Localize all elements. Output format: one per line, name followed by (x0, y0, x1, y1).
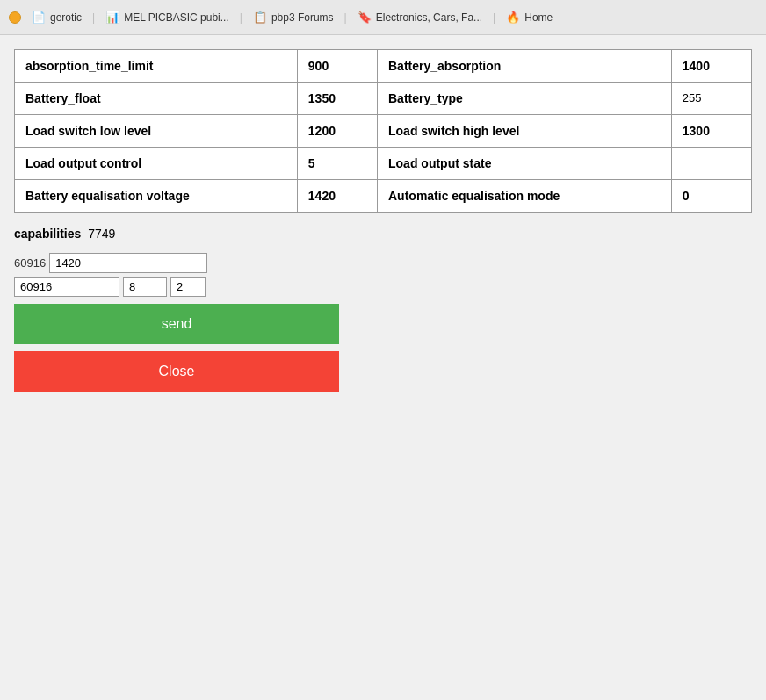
tab-gerotic[interactable]: 📄 gerotic (32, 11, 82, 24)
auto-equalisation-mode-label: Automatic equalisation mode (378, 180, 672, 213)
input-area: 60916 (14, 253, 752, 297)
load-switch-high-value: 1300 (671, 115, 751, 148)
table-row: Load switch low level 1200 Load switch h… (15, 115, 752, 148)
tab-electronics-icon: 🔖 (358, 11, 372, 24)
browser-toolbar: 📄 gerotic | 📊 MEL PICBASIC pubi... | 📋 p… (0, 0, 766, 35)
tab-home-icon: 🔥 (506, 11, 520, 24)
data-table: absorption_time_limit 900 Battery_absorp… (14, 49, 752, 213)
tab-electronics-label: Electronics, Cars, Fa... (376, 11, 482, 24)
capabilities-row: capabilities 7749 (14, 227, 752, 241)
tab-mel-icon: 📊 (105, 11, 119, 24)
load-switch-high-label: Load switch high level (378, 115, 672, 148)
capabilities-label: capabilities (14, 227, 81, 241)
field3-input[interactable] (170, 277, 206, 297)
battery-float-label: Battery_float (15, 83, 298, 115)
table-row: Battery_float 1350 Battery_type 255 (15, 83, 752, 115)
addr1-input[interactable] (49, 253, 207, 273)
field2-input[interactable] (123, 277, 167, 297)
tab-gerotic-label: gerotic (50, 11, 82, 24)
battery-type-label: Battery_type (378, 83, 672, 115)
absorption-time-limit-value: 900 (297, 50, 377, 83)
tab-pbp3-label: pbp3 Forums (271, 11, 334, 24)
absorption-time-limit-label: absorption_time_limit (15, 50, 298, 83)
table-row: absorption_time_limit 900 Battery_absorp… (15, 50, 752, 83)
tab-pbp3-icon: 📋 (253, 11, 267, 24)
browser-dot (9, 11, 21, 24)
battery-type-value: 255 (671, 83, 751, 115)
main-content: absorption_time_limit 900 Battery_absorp… (0, 35, 766, 406)
tab-mel-label: MEL PICBASIC pubi... (124, 11, 229, 24)
battery-equalisation-voltage-label: Battery equalisation voltage (15, 180, 298, 213)
send-button[interactable]: send (14, 304, 339, 344)
input-row-1: 60916 (14, 253, 752, 273)
table-row: Load output control 5 Load output state (15, 148, 752, 180)
close-button[interactable]: Close (14, 351, 339, 392)
addr1-label: 60916 (14, 256, 46, 270)
capabilities-value: 7749 (88, 227, 115, 241)
tab-home-label: Home (524, 11, 553, 24)
load-switch-low-value: 1200 (297, 115, 377, 148)
load-switch-low-label: Load switch low level (15, 115, 298, 148)
load-output-state-label: Load output state (378, 148, 672, 180)
load-output-control-label: Load output control (15, 148, 298, 180)
tab-electronics[interactable]: 🔖 Electronics, Cars, Fa... (358, 11, 482, 24)
battery-float-value: 1350 (297, 83, 377, 115)
battery-absorption-value: 1400 (671, 50, 751, 83)
addr2-input[interactable] (14, 277, 119, 297)
tab-pbp3[interactable]: 📋 pbp3 Forums (253, 11, 334, 24)
load-output-control-value: 5 (297, 148, 377, 180)
tab-home[interactable]: 🔥 Home (506, 11, 553, 24)
battery-equalisation-voltage-value: 1420 (297, 180, 377, 213)
tab-mel[interactable]: 📊 MEL PICBASIC pubi... (105, 11, 229, 24)
load-output-state-value (671, 148, 751, 180)
input-row-2 (14, 277, 752, 297)
battery-absorption-label: Battery_absorption (378, 50, 672, 83)
table-row: Battery equalisation voltage 1420 Automa… (15, 180, 752, 213)
auto-equalisation-mode-value: 0 (671, 180, 751, 213)
tab-gerotic-icon: 📄 (32, 11, 46, 24)
